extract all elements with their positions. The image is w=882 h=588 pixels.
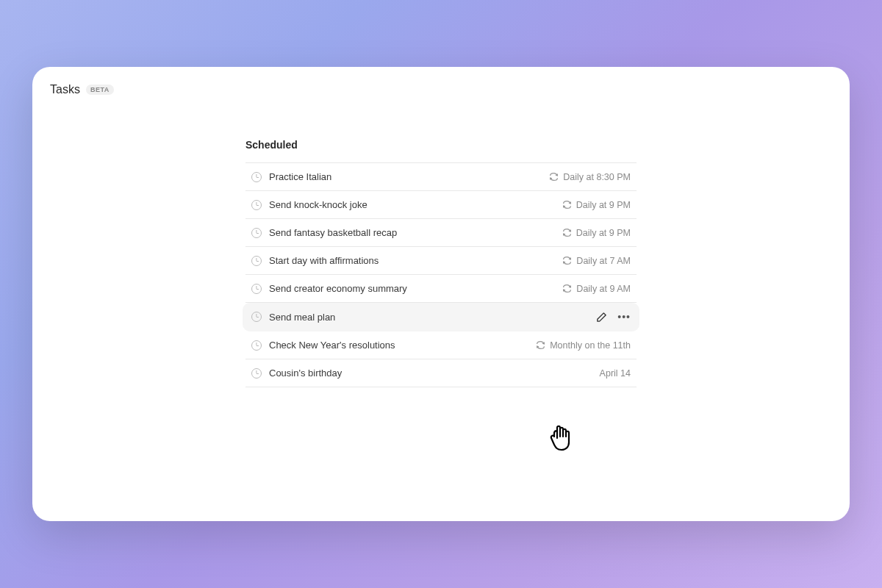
task-row[interactable]: Start day with affirmations Daily at 7 A…: [245, 247, 637, 275]
app-window: Tasks BETA Scheduled Practice Italian Da…: [32, 67, 850, 521]
task-schedule: Daily at 9 PM: [576, 228, 631, 238]
task-title: Check New Year's resolutions: [269, 340, 395, 351]
task-right: Monthly on the 11th: [536, 340, 631, 351]
task-row[interactable]: Practice Italian Daily at 8:30 PM: [245, 163, 637, 191]
clock-icon: [251, 200, 262, 210]
task-row[interactable]: Send fantasy basketball recap Daily at 9…: [245, 219, 637, 247]
task-title: Send creator economy summary: [269, 283, 407, 294]
edit-icon[interactable]: [596, 312, 607, 323]
task-right: April 14: [600, 368, 631, 379]
clock-icon: [251, 172, 262, 182]
repeat-icon: [549, 172, 559, 182]
task-schedule: Monthly on the 11th: [550, 340, 631, 351]
task-right: Daily at 9 PM: [562, 228, 631, 238]
task-right: Daily at 9 PM: [562, 200, 631, 210]
task-schedule: Daily at 7 AM: [576, 256, 631, 266]
hover-actions: •••: [596, 311, 631, 323]
repeat-icon: [562, 200, 572, 209]
task-title: Send meal plan: [269, 312, 335, 323]
page-title: Tasks: [50, 83, 80, 96]
task-row[interactable]: Send meal plan •••: [243, 303, 639, 331]
clock-icon: [251, 256, 262, 266]
task-left: Send meal plan: [251, 312, 335, 323]
task-title: Start day with affirmations: [269, 255, 379, 266]
task-schedule: Daily at 9 AM: [576, 284, 631, 294]
clock-icon: [251, 228, 262, 238]
task-left: Send fantasy basketball recap: [251, 227, 397, 238]
task-title: Practice Italian: [269, 171, 331, 182]
task-right: Daily at 8:30 PM: [549, 172, 631, 182]
repeat-icon: [536, 340, 545, 350]
task-right: Daily at 9 AM: [562, 284, 631, 294]
clock-icon: [251, 340, 262, 351]
clock-icon: [251, 312, 262, 322]
task-title: Send knock-knock joke: [269, 199, 368, 210]
repeat-icon: [562, 256, 572, 265]
task-left: Start day with affirmations: [251, 255, 379, 266]
task-left: Send knock-knock joke: [251, 199, 368, 210]
task-schedule: Daily at 9 PM: [576, 200, 631, 210]
task-right: •••: [596, 311, 631, 323]
page-header: Tasks BETA: [50, 83, 832, 96]
task-schedule: Daily at 8:30 PM: [563, 172, 631, 182]
task-row[interactable]: Send knock-knock joke Daily at 9 PM: [245, 191, 637, 219]
task-left: Cousin's birthday: [251, 368, 342, 379]
more-icon[interactable]: •••: [617, 311, 631, 323]
task-list-container: Scheduled Practice Italian Daily at 8:30…: [245, 139, 637, 387]
beta-badge: BETA: [86, 85, 114, 95]
task-left: Practice Italian: [251, 171, 331, 182]
task-title: Cousin's birthday: [269, 368, 342, 379]
clock-icon: [251, 284, 262, 294]
clock-icon: [251, 368, 262, 379]
task-row[interactable]: Send creator economy summary Daily at 9 …: [245, 275, 637, 303]
repeat-icon: [562, 228, 572, 237]
task-row[interactable]: Check New Year's resolutions Monthly on …: [245, 331, 637, 359]
task-left: Check New Year's resolutions: [251, 340, 395, 351]
task-schedule: April 14: [600, 368, 631, 379]
task-title: Send fantasy basketball recap: [269, 227, 397, 238]
repeat-icon: [562, 284, 572, 293]
section-title: Scheduled: [245, 139, 637, 163]
task-list: Practice Italian Daily at 8:30 PMSend kn…: [245, 163, 637, 387]
task-left: Send creator economy summary: [251, 283, 407, 294]
cursor-pointer-icon: [547, 423, 573, 453]
task-right: Daily at 7 AM: [562, 256, 631, 266]
task-row[interactable]: Cousin's birthdayApril 14: [245, 359, 637, 387]
